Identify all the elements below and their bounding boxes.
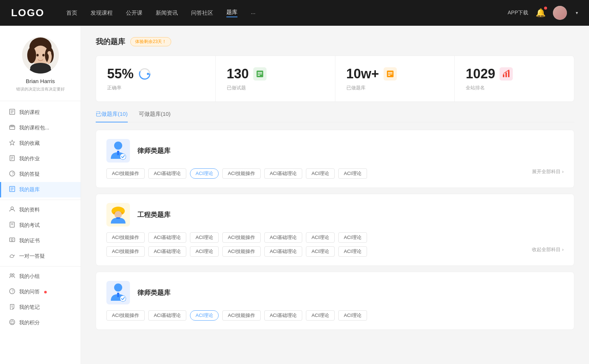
sidebar-item-my-points[interactable]: 我的积分	[0, 315, 81, 331]
svg-rect-60	[117, 151, 119, 155]
tag-2-11[interactable]: ACI技能操作	[222, 246, 261, 257]
collapse-link-engineer[interactable]: 收起全部科目 ›	[532, 246, 564, 253]
courses-icon	[9, 109, 15, 116]
qbank-tags-row2: ACI技能操作 ACI基础理论 ACI理论 ACI技能操作 ACI基础理论 AC…	[106, 246, 528, 257]
svg-point-59	[114, 142, 122, 150]
tag-1-3[interactable]: ACI理论	[190, 168, 219, 179]
svg-text:?: ?	[12, 172, 14, 176]
svg-point-69	[120, 296, 126, 301]
tag-2-7[interactable]: ACI理论	[338, 232, 367, 243]
nav-more[interactable]: ···	[251, 10, 255, 16]
sidebar-label-my-notes: 我的笔记	[19, 304, 40, 311]
sidebar-label-my-points: 我的积分	[19, 320, 40, 326]
qbank-card-header-1: 律师类题库	[106, 139, 564, 163]
qbank-tags-row1-engineer: ACI技能操作 ACI基础理论 ACI理论 ACI技能操作 ACI基础理论 AC…	[106, 232, 564, 243]
qbank-card-lawyer-2: 律师类题库 ACI技能操作 ACI基础理论 ACI理论 ACI技能操作 ACI基…	[96, 272, 574, 330]
profile-avatar[interactable]	[22, 37, 59, 74]
tag-2-2[interactable]: ACI基础理论	[148, 232, 187, 243]
notification-bell-icon[interactable]: 🔔	[536, 8, 546, 18]
sidebar-item-my-qbank[interactable]: 我的题库	[0, 182, 81, 197]
tag-1-1[interactable]: ACI技能操作	[106, 168, 145, 179]
sidebar-item-favorites[interactable]: 我的收藏	[0, 136, 81, 151]
tag-3-4[interactable]: ACI技能操作	[222, 310, 261, 321]
stat-accuracy: 55% 正确率	[96, 56, 216, 101]
sidebar-divider-1	[0, 200, 81, 200]
page-header: 我的题库 体验剩余23天！	[96, 37, 574, 47]
tag-2-1[interactable]: ACI技能操作	[106, 232, 145, 243]
sidebar-item-my-questions[interactable]: ? 我的问答	[0, 284, 81, 300]
expand-link-1[interactable]: 展开全部科目 ›	[532, 168, 564, 175]
nav-open-course[interactable]: 公开课	[126, 10, 142, 17]
sidebar-item-my-courses[interactable]: 我的课程	[0, 105, 81, 120]
tabs-row: 已做题库(10) 可做题库(10)	[96, 111, 574, 122]
nav-discover[interactable]: 发现课程	[91, 10, 113, 17]
qbank-title-lawyer-2: 律师类题库	[137, 288, 170, 297]
svg-point-7	[36, 54, 39, 57]
qa-icon: ?	[9, 171, 15, 178]
tag-2-3[interactable]: ACI理论	[190, 232, 219, 243]
svg-point-6	[30, 63, 51, 73]
nav-news[interactable]: 新闻资讯	[156, 10, 178, 17]
tag-1-6[interactable]: ACI理论	[306, 168, 335, 179]
tab-available-banks[interactable]: 可做题库(10)	[139, 111, 171, 122]
nav-home[interactable]: 首页	[66, 10, 77, 17]
sidebar-item-homework[interactable]: 我的作业	[0, 151, 81, 167]
sidebar-item-certificate[interactable]: 我的证书	[0, 233, 81, 249]
sidebar-item-my-group[interactable]: 我的小组	[0, 269, 81, 284]
app-download-button[interactable]: APP下载	[508, 10, 528, 16]
tag-1-7[interactable]: ACI理论	[338, 168, 367, 179]
nav-qbank[interactable]: 题库	[226, 9, 237, 17]
qbank-card-header-3: 律师类题库	[106, 281, 564, 304]
tag-3-2[interactable]: ACI基础理论	[148, 310, 187, 321]
sidebar-item-exam[interactable]: 我的考试	[0, 218, 81, 233]
user-dropdown-arrow-icon[interactable]: ▾	[576, 10, 578, 15]
tag-2-12[interactable]: ACI基础理论	[264, 246, 303, 257]
tag-1-2[interactable]: ACI基础理论	[148, 168, 187, 179]
avatar[interactable]	[553, 6, 567, 20]
sidebar-item-qa[interactable]: ? 我的答疑	[0, 167, 81, 182]
qbank-title-engineer: 工程类题库	[137, 210, 170, 219]
notes-icon	[9, 304, 15, 311]
tag-2-13[interactable]: ACI理论	[306, 246, 335, 257]
svg-point-3	[27, 47, 36, 63]
svg-point-37	[13, 274, 14, 276]
sidebar-label-my-courses: 我的课程	[19, 109, 40, 116]
nav-qa[interactable]: 问答社区	[191, 10, 213, 17]
svg-rect-32	[10, 238, 15, 242]
tag-3-6[interactable]: ACI理论	[306, 310, 335, 321]
qbank-tags-3: ACI技能操作 ACI基础理论 ACI理论 ACI技能操作 ACI基础理论 AC…	[106, 310, 564, 321]
tag-2-4[interactable]: ACI技能操作	[222, 232, 261, 243]
svg-point-28	[11, 207, 14, 210]
logo[interactable]: LOGO	[11, 7, 44, 19]
stats-row: 55% 正确率 130	[96, 56, 574, 102]
tag-2-6[interactable]: ACI理论	[306, 232, 335, 243]
done-banks-icon	[384, 67, 397, 81]
certificate-icon	[9, 237, 15, 245]
qbank-lawyer-icon-1	[106, 139, 130, 163]
tag-3-1[interactable]: ACI技能操作	[106, 310, 145, 321]
sidebar-item-one-on-one[interactable]: 一对一答疑	[0, 249, 81, 264]
tag-2-9[interactable]: ACI基础理论	[148, 246, 187, 257]
tag-2-5[interactable]: ACI基础理论	[264, 232, 303, 243]
tag-1-4[interactable]: ACI技能操作	[222, 168, 261, 179]
sidebar-divider-2	[0, 266, 81, 267]
qbank-tags-section-3: ACI技能操作 ACI基础理论 ACI理论 ACI技能操作 ACI基础理论 AC…	[106, 310, 564, 321]
sidebar-item-profile[interactable]: 我的资料	[0, 202, 81, 218]
tag-2-10[interactable]: ACI理论	[190, 246, 219, 257]
qbank-tags-1: ACI技能操作 ACI基础理论 ACI理论 ACI技能操作 ACI基础理论 AC…	[106, 168, 528, 179]
svg-point-9	[47, 51, 51, 55]
tag-2-8[interactable]: ACI技能操作	[106, 246, 145, 257]
tag-3-7[interactable]: ACI理论	[338, 310, 367, 321]
one-on-one-icon	[9, 253, 15, 260]
qbank-icon	[9, 186, 15, 193]
sidebar-item-my-notes[interactable]: 我的笔记	[0, 300, 81, 315]
tag-2-14[interactable]: ACI理论	[338, 246, 367, 257]
qbank-title-lawyer-1: 律师类题库	[137, 146, 170, 155]
sidebar-item-course-package[interactable]: 我的课程包...	[0, 120, 81, 136]
tag-3-5[interactable]: ACI基础理论	[264, 310, 303, 321]
navbar-right: APP下载 🔔 ▾	[508, 6, 578, 20]
tab-done-banks[interactable]: 已做题库(10)	[96, 111, 128, 122]
tag-1-5[interactable]: ACI基础理论	[264, 168, 303, 179]
tag-3-3[interactable]: ACI理论	[190, 310, 219, 321]
qbank-tags-section-2: ACI技能操作 ACI基础理论 ACI理论 ACI技能操作 ACI基础理论 AC…	[106, 246, 564, 257]
